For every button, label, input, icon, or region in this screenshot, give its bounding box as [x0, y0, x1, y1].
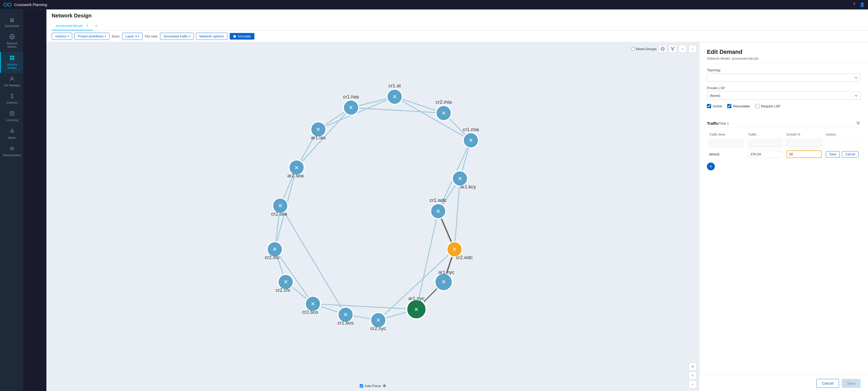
table-row-new — [707, 138, 861, 149]
col-traffic: Traffic — [746, 131, 784, 138]
tab-close-icon[interactable]: ✕ — [86, 24, 89, 28]
traffic-table: Traffic level Traffic Growth % Actions — [707, 131, 861, 160]
auto-focus-checkbox[interactable] — [360, 384, 363, 388]
sidebar-item-network-design[interactable]: Network Design — [0, 52, 23, 73]
show-groups-checkbox[interactable] — [631, 47, 634, 51]
svg-text:cr2.nyc: cr2.nyc — [370, 326, 386, 331]
reroutable-checkbox-container[interactable]: Reroutable — [727, 104, 750, 108]
map-container[interactable]: ✕ ✕ ✕ ✕ ✕ ✕ ✕ ✕ ✕ ✕ ✕ ✕ ✕ ✕ ✕ ✕ ✕ — [46, 42, 699, 391]
svg-text:cr2.mia: cr2.mia — [436, 99, 452, 105]
topology-label: Topology — [707, 68, 861, 72]
active-checkbox[interactable] — [707, 104, 711, 108]
sidebar-item-collector[interactable]: Collector — [0, 90, 23, 108]
reroutable-label: Reroutable — [733, 104, 750, 108]
svg-line-39 — [313, 304, 416, 309]
require-lsp-label: Require LSP — [761, 104, 780, 108]
topology-select[interactable] — [707, 73, 861, 82]
auto-focus-container[interactable]: Auto-Focus ✥ — [360, 383, 386, 388]
svg-text:✕: ✕ — [278, 203, 283, 209]
simulated-traffic-dropdown-icon: ▾ — [189, 35, 190, 38]
default-traffic-input[interactable] — [748, 151, 782, 158]
map-next-icon[interactable]: › — [689, 45, 696, 53]
map-prev-icon[interactable]: ‹ — [679, 45, 687, 53]
private-lsp-group: Private LSP (None) — [707, 86, 861, 100]
svg-text:cr2.sfo: cr2.sfo — [265, 254, 279, 260]
plot-view-label: Plot view — [145, 35, 157, 38]
col-traffic-level: Traffic level — [707, 131, 746, 138]
new-level-input[interactable] — [709, 140, 744, 147]
svg-rect-5 — [12, 58, 14, 60]
map-globe-icon[interactable] — [659, 45, 666, 53]
svg-text:✕: ✕ — [392, 94, 397, 100]
sidebar-item-administration[interactable]: Administration — [0, 143, 23, 160]
new-traffic-input[interactable] — [748, 140, 782, 147]
footer-save-button[interactable]: Save — [842, 379, 861, 388]
col-actions: Actions — [824, 131, 861, 138]
active-label: Active — [713, 104, 722, 108]
main-area: Network Design processed-lab.pln ✕ + Act… — [46, 9, 868, 391]
map-menu-icon[interactable]: ≡ — [689, 362, 696, 370]
show-groups-checkbox-container[interactable]: Show Groups — [631, 47, 656, 51]
tab-add-button[interactable]: + — [93, 21, 99, 30]
map-top-controls: Show Groups — [631, 45, 696, 53]
content-header: Network Design processed-lab.pln ✕ + — [46, 9, 868, 31]
network-topology-svg: ✕ ✕ ✕ ✕ ✕ ✕ ✕ ✕ ✕ ✕ ✕ ✕ ✕ ✕ ✕ ✕ ✕ — [46, 42, 699, 391]
toolbar: Actions ▾ Preset workflows ▾ Show Layer … — [46, 31, 868, 42]
simulated-traffic-button[interactable]: Simulated traffic ▾ — [160, 33, 194, 40]
require-lsp-checkbox[interactable] — [755, 104, 760, 108]
svg-text:cr1.wdc: cr1.wdc — [430, 197, 447, 203]
svg-text:✕: ✕ — [316, 126, 321, 132]
svg-point-108 — [672, 50, 673, 51]
map-topology-icon[interactable] — [669, 45, 677, 53]
network-options-button[interactable]: Network options — [196, 33, 227, 40]
sidebar-item-alerts[interactable]: Alerts — [0, 125, 23, 143]
svg-rect-3 — [12, 56, 14, 58]
svg-point-107 — [674, 47, 675, 48]
actions-button[interactable]: Actions ▾ — [52, 33, 72, 40]
svg-text:ar1.las: ar1.las — [311, 135, 326, 140]
panel-subtitle: Network Model: processed-lab.pln — [707, 57, 861, 60]
move-icon[interactable]: ✥ — [382, 383, 386, 388]
row-save-button[interactable]: Save — [826, 151, 840, 157]
help-icon[interactable]: ? — [853, 2, 855, 7]
require-lsp-checkbox-container[interactable]: Require LSP — [755, 104, 780, 108]
row-cancel-button[interactable]: Cancel — [842, 151, 859, 157]
svg-text:✕: ✕ — [469, 137, 473, 143]
simulate-button[interactable]: Simulate — [230, 33, 255, 39]
default-growth-input[interactable] — [786, 150, 822, 158]
zoom-out-button[interactable]: − — [689, 381, 696, 388]
tab-processed-lab[interactable]: processed-lab.pln ✕ — [52, 22, 93, 30]
private-lsp-select[interactable]: (None) — [707, 92, 861, 100]
svg-text:✕: ✕ — [452, 246, 457, 252]
layer3-button[interactable]: Layer 3 ▾ — [122, 33, 143, 40]
top-bar-actions: ? 👤 — [853, 2, 865, 7]
footer-cancel-button[interactable]: Cancel — [816, 379, 839, 388]
zoom-in-button[interactable]: + — [689, 371, 696, 380]
add-row-icon: + — [710, 164, 712, 170]
checkbox-row: Active Reroutable Require LSP — [707, 104, 861, 108]
dashboard-icon: ⊞ — [10, 17, 14, 23]
sidebar-label-network-design: Network Design — [3, 63, 21, 70]
preset-workflows-button[interactable]: Preset workflows ▾ — [74, 33, 110, 40]
traffic-total: Total 1 — [719, 121, 729, 125]
job-manager-icon — [9, 76, 15, 83]
traffic-filter-button[interactable] — [856, 121, 861, 126]
sidebar: ⊞ Dashboard Network Models Network Desig… — [0, 0, 23, 391]
active-checkbox-container[interactable]: Active — [707, 104, 722, 108]
add-traffic-row-button[interactable]: + — [707, 162, 715, 171]
svg-line-36 — [395, 97, 471, 140]
sidebar-item-network-models[interactable]: Network Models — [0, 31, 23, 52]
new-growth-input[interactable] — [786, 140, 822, 147]
network-design-icon — [9, 55, 15, 62]
sidebar-item-licensing[interactable]: Licensing — [0, 108, 23, 125]
sidebar-item-dashboard[interactable]: ⊞ Dashboard — [0, 14, 23, 31]
sidebar-item-job-manager[interactable]: Job Manager — [0, 73, 23, 90]
app-title: Crosswork Planning — [14, 3, 47, 7]
svg-point-106 — [671, 47, 672, 48]
topology-group: Topology — [707, 68, 861, 82]
user-icon[interactable]: 👤 — [860, 2, 865, 7]
simulate-dot-icon — [234, 35, 236, 38]
svg-text:cr2.wdc: cr2.wdc — [456, 254, 473, 260]
reroutable-checkbox[interactable] — [727, 104, 732, 108]
sidebar-label-administration: Administration — [3, 154, 21, 157]
